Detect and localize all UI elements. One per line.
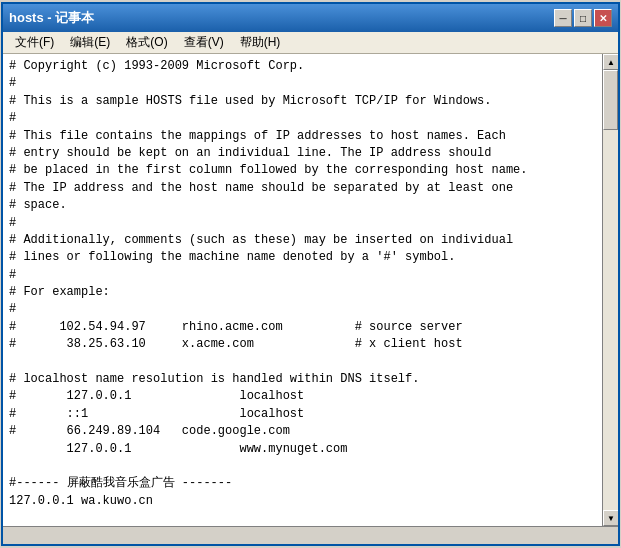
minimize-button[interactable]: ─ [554, 9, 572, 27]
vertical-scrollbar[interactable]: ▲ ▼ [602, 54, 618, 526]
menu-edit[interactable]: 编辑(E) [62, 32, 118, 53]
scroll-track[interactable] [603, 70, 618, 510]
title-bar: hosts - 记事本 ─ □ ✕ [3, 4, 618, 32]
menu-help[interactable]: 帮助(H) [232, 32, 289, 53]
scroll-thumb[interactable] [603, 70, 618, 130]
scroll-down-button[interactable]: ▼ [603, 510, 618, 526]
notepad-window: hosts - 记事本 ─ □ ✕ 文件(F) 编辑(E) 格式(O) 查看(V… [1, 2, 620, 546]
menu-view[interactable]: 查看(V) [176, 32, 232, 53]
menu-format[interactable]: 格式(O) [118, 32, 175, 53]
text-editor[interactable]: # Copyright (c) 1993-2009 Microsoft Corp… [3, 54, 602, 526]
menu-file[interactable]: 文件(F) [7, 32, 62, 53]
maximize-button[interactable]: □ [574, 9, 592, 27]
window-title: hosts - 记事本 [9, 9, 94, 27]
menu-bar: 文件(F) 编辑(E) 格式(O) 查看(V) 帮助(H) [3, 32, 618, 54]
scroll-up-button[interactable]: ▲ [603, 54, 618, 70]
status-bar [3, 526, 618, 544]
close-button[interactable]: ✕ [594, 9, 612, 27]
window-controls: ─ □ ✕ [554, 9, 612, 27]
editor-area: # Copyright (c) 1993-2009 Microsoft Corp… [3, 54, 618, 526]
